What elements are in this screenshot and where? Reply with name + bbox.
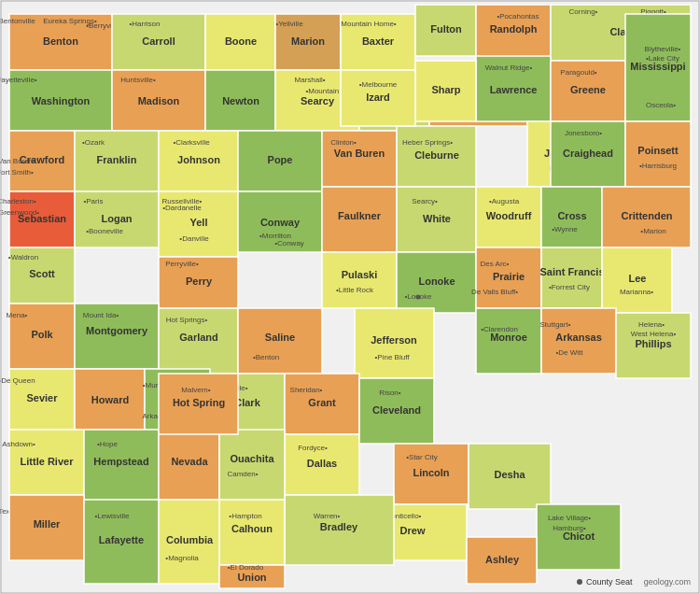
- svg-marker-47: [551, 61, 625, 121]
- svg-marker-222: [159, 374, 238, 434]
- svg-marker-90: [159, 191, 238, 257]
- svg-marker-109: [602, 187, 691, 248]
- svg-marker-13: [341, 14, 415, 70]
- svg-marker-182: [469, 444, 551, 509]
- svg-marker-104: [476, 187, 541, 248]
- svg-marker-5: [112, 14, 205, 70]
- svg-marker-213: [84, 500, 159, 584]
- svg-marker-8: [205, 14, 275, 70]
- svg-marker-118: [322, 252, 397, 308]
- map-container: Benton Bentonville Eureka Springs• •Berr…: [0, 0, 700, 594]
- svg-marker-25: [9, 70, 112, 131]
- svg-marker-179: [394, 444, 469, 504]
- legend-dot: [577, 579, 582, 585]
- svg-marker-139: [159, 308, 238, 374]
- svg-marker-67: [322, 131, 397, 187]
- svg-marker-59: [75, 131, 159, 191]
- svg-marker-95: [238, 191, 322, 252]
- svg-marker-42: [476, 56, 551, 121]
- svg-marker-191: [467, 537, 537, 584]
- svg-marker-101: [397, 187, 476, 252]
- svg-marker-142: [238, 308, 322, 374]
- svg-marker-62: [159, 131, 238, 191]
- svg-marker-226: [341, 70, 415, 126]
- legend-label: County Seat: [586, 577, 633, 587]
- svg-marker-10: [275, 14, 341, 70]
- svg-marker-176: [359, 378, 434, 444]
- svg-marker-173: [285, 434, 359, 495]
- svg-marker-216: [159, 500, 219, 584]
- svg-marker-202: [159, 430, 219, 500]
- svg-marker-154: [616, 313, 691, 378]
- svg-marker-148: [476, 308, 541, 374]
- svg-marker-130: [602, 248, 672, 313]
- svg-marker-70: [397, 126, 476, 187]
- svg-marker-112: [9, 248, 75, 304]
- svg-marker-161: [75, 369, 145, 430]
- svg-marker-219: [219, 565, 285, 588]
- svg-marker-99: [322, 187, 397, 252]
- svg-marker-106: [541, 187, 602, 248]
- arkansas-map: Benton Bentonville Eureka Springs• •Berr…: [0, 0, 700, 594]
- svg-marker-204: [219, 430, 285, 500]
- svg-marker-31: [205, 70, 275, 131]
- svg-marker-211: [9, 495, 84, 560]
- svg-marker-193: [285, 495, 394, 565]
- svg-marker-50: [625, 14, 691, 121]
- svg-marker-45: [415, 61, 476, 121]
- svg-marker-151: [541, 308, 616, 374]
- svg-marker-127: [541, 248, 602, 308]
- svg-marker-124: [476, 248, 541, 308]
- svg-marker-16: [415, 5, 476, 56]
- svg-marker-65: [238, 131, 322, 191]
- svg-marker-79: [625, 121, 691, 187]
- svg-marker-207: [219, 500, 285, 565]
- svg-marker-28: [112, 70, 205, 131]
- legend: County Seat geology.com: [577, 577, 691, 587]
- svg-marker-158: [9, 369, 75, 430]
- svg-marker-145: [355, 308, 434, 378]
- svg-marker-187: [537, 504, 621, 570]
- svg-marker-86: [75, 191, 159, 248]
- svg-marker-170: [285, 374, 359, 434]
- svg-marker-133: [9, 304, 75, 369]
- svg-marker-82: [9, 191, 75, 248]
- svg-marker-55: [9, 131, 75, 191]
- svg-marker-121: [397, 252, 476, 313]
- legend-source: geology.com: [644, 577, 691, 587]
- svg-marker-115: [159, 257, 238, 308]
- svg-marker-76: [551, 121, 625, 187]
- svg-marker-199: [84, 430, 159, 500]
- svg-marker-136: [75, 304, 159, 369]
- svg-marker-0: [9, 14, 112, 70]
- svg-marker-195: [9, 430, 84, 495]
